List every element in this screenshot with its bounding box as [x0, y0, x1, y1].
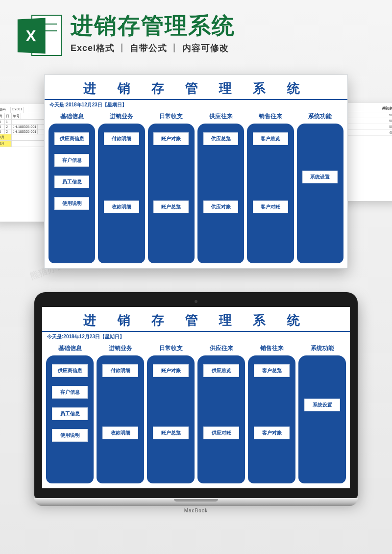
menu-button[interactable]: 使用说明	[52, 429, 88, 442]
menu-column-header: 日常收支	[159, 344, 183, 353]
excel-file-icon: X	[17, 14, 62, 59]
menu-column: 系统功能系统设置	[297, 111, 343, 263]
menu-column: 供应往来供应总览供应对账	[197, 111, 244, 263]
hero-banner: X 进销存管理系统 Excel格式丨自带公式丨内容可修改	[0, 0, 392, 64]
menu-column-header: 基础信息	[60, 112, 84, 121]
menu-button[interactable]: 使用说明	[54, 197, 90, 210]
menu-column-panel: 付款明细收款明细	[98, 124, 145, 263]
menu-column-header: 供应往来	[210, 344, 233, 353]
menu-column-panel: 供应总览供应对账	[197, 355, 245, 483]
menu-button[interactable]: 账户总览	[153, 201, 189, 213]
menu-column-panel: 供应总览供应对账	[197, 124, 244, 263]
menu-button[interactable]: 供应商信息	[52, 364, 88, 377]
menu-button[interactable]: 系统设置	[302, 171, 338, 183]
main-spreadsheet-preview-laptop: 进 销 存 管 理 系 统 今天是:2018年12月23日【星期日】 基础信息供…	[42, 307, 350, 488]
menu-column: 供应往来供应总览供应对账	[197, 343, 245, 483]
menu-grid: 基础信息供应商信息客户信息员工信息使用说明进销业务付款明细收款明细日常收支账户对…	[45, 111, 347, 268]
menu-button[interactable]: 供应对账	[203, 427, 239, 439]
laptop-mockup: 进 销 存 管 理 系 统 今天是:2018年12月23日【星期日】 基础信息供…	[34, 292, 358, 513]
menu-column: 销售往来客户总览客户对账	[247, 111, 294, 263]
laptop-base	[34, 498, 358, 506]
menu-column: 进销业务付款明细收款明细	[98, 111, 145, 263]
menu-button[interactable]: 供应商信息	[54, 132, 90, 145]
menu-column-panel: 付款明细收款明细	[97, 355, 144, 483]
menu-grid: 基础信息供应商信息客户信息员工信息使用说明进销业务付款明细收款明细日常收支账户对…	[42, 343, 350, 488]
menu-column: 基础信息供应商信息客户信息员工信息使用说明	[49, 111, 95, 263]
menu-column: 日常收支账户对账账户总览	[147, 343, 195, 483]
menu-column: 进销业务付款明细收款明细	[97, 343, 144, 483]
menu-button[interactable]: 客户对账	[254, 427, 290, 439]
laptop-camera-icon	[195, 300, 197, 303]
menu-column-panel: 客户总览客户对账	[248, 355, 295, 483]
menu-column-panel: 账户对账账户总览	[148, 124, 195, 263]
menu-button[interactable]: 账户对账	[153, 364, 189, 377]
menu-button[interactable]: 账户总览	[153, 427, 189, 439]
menu-column-panel: 系统设置	[298, 355, 346, 483]
menu-column-header: 进销业务	[109, 344, 132, 353]
menu-column-panel: 供应商信息客户信息员工信息使用说明	[46, 355, 94, 483]
menu-column-header: 供应往来	[209, 112, 233, 121]
menu-button[interactable]: 系统设置	[304, 399, 340, 411]
menu-button[interactable]: 员工信息	[54, 176, 90, 188]
menu-column-panel: 供应商信息客户信息员工信息使用说明	[49, 124, 95, 263]
menu-button[interactable]: 客户对账	[253, 201, 288, 213]
menu-column: 系统功能系统设置	[298, 343, 346, 483]
sheet-title: 进 销 存 管 理 系 统	[42, 307, 350, 332]
menu-button[interactable]: 收款明细	[102, 427, 138, 439]
menu-button[interactable]: 收款明细	[104, 201, 139, 213]
menu-column-header: 日常收支	[159, 112, 183, 121]
menu-button[interactable]: 客户信息	[54, 154, 90, 167]
menu-button[interactable]: 客户信息	[52, 386, 88, 399]
preview-stage-top: 编号CY001 月 日 单号 31 32JH-180305-001 32JH-1…	[15, 75, 377, 271]
menu-button[interactable]: 供应对账	[203, 201, 239, 213]
menu-button[interactable]: 付款明细	[104, 132, 139, 145]
menu-column-panel: 系统设置	[297, 124, 343, 263]
menu-column: 销售往来客户总览客户对账	[248, 343, 295, 483]
menu-column-header: 销售往来	[260, 344, 284, 353]
hero-subtitle: Excel格式丨自带公式丨内容可修改	[71, 42, 375, 54]
menu-column-panel: 账户对账账户总览	[147, 355, 195, 483]
menu-button[interactable]: 供应总览	[203, 364, 239, 377]
hero-title: 进销存管理系统	[71, 14, 375, 37]
menu-column: 日常收支账户对账账户总览	[148, 111, 195, 263]
sheet-title: 进 销 存 管 理 系 统	[45, 75, 347, 100]
menu-column-header: 进销业务	[110, 112, 133, 121]
menu-button[interactable]: 员工信息	[52, 407, 88, 420]
menu-column-header: 系统功能	[311, 344, 334, 353]
menu-button[interactable]: 付款明细	[102, 364, 138, 377]
laptop-brand-label: MacBook	[34, 508, 358, 513]
menu-column-header: 销售往来	[259, 112, 282, 121]
sheet-date-line: 今天是:2018年12月23日【星期日】	[42, 332, 350, 343]
menu-column: 基础信息供应商信息客户信息员工信息使用说明	[46, 343, 94, 483]
menu-button[interactable]: 客户总览	[253, 132, 288, 145]
main-spreadsheet-preview: 进 销 存 管 理 系 统 今天是:2018年12月23日【星期日】 基础信息供…	[44, 75, 348, 269]
menu-column-panel: 客户总览客户对账	[247, 124, 294, 263]
sheet-date-line: 今天是:2018年12月23日【星期日】	[45, 100, 347, 111]
menu-button[interactable]: 账户对账	[153, 132, 189, 145]
menu-button[interactable]: 客户总览	[254, 364, 290, 377]
menu-column-header: 系统功能	[308, 112, 332, 121]
menu-column-header: 基础信息	[58, 344, 82, 353]
menu-button[interactable]: 供应总览	[203, 132, 239, 145]
